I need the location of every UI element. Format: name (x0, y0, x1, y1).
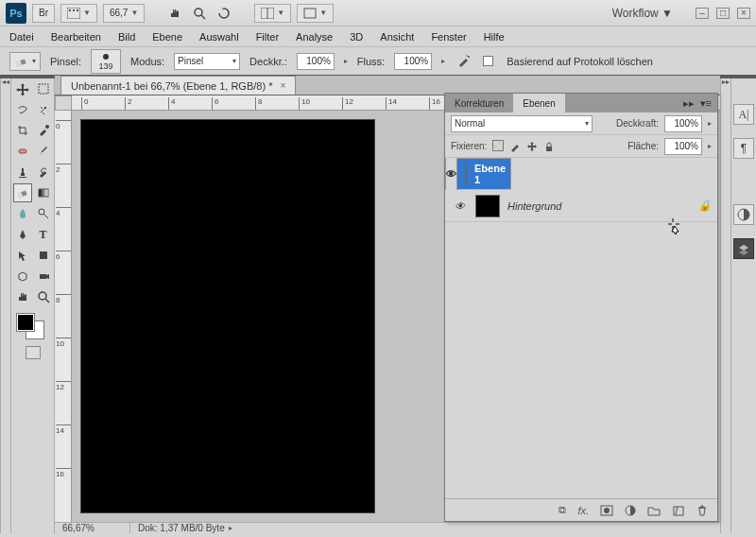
panel-menu-icon[interactable]: ▾≡ (700, 97, 712, 110)
pen-tool[interactable] (13, 225, 32, 244)
adjustment-layer-icon[interactable] (625, 505, 636, 516)
close-tab-icon[interactable]: × (280, 80, 285, 91)
status-docinfo[interactable]: Dok: 1,37 MB/0 Byte (130, 523, 225, 533)
dodge-tool[interactable] (34, 204, 53, 223)
hand-tool[interactable] (13, 287, 32, 306)
history-checkbox[interactable] (483, 56, 493, 66)
move-tool[interactable] (13, 79, 32, 98)
menu-3d[interactable]: 3D (350, 31, 363, 43)
layer-name[interactable]: Ebene 1 (474, 163, 506, 185)
workspace-switcher[interactable]: Workflow ▼ (612, 7, 673, 20)
delete-layer-icon[interactable] (696, 505, 708, 516)
menu-ebene[interactable]: Ebene (152, 31, 182, 43)
layers-panel[interactable]: Korrekturen Ebenen ▸▸▾≡ Normal▾ Deckkraf… (444, 93, 718, 522)
opacity-field[interactable]: 100% (297, 53, 335, 70)
flow-field[interactable]: 100% (394, 53, 432, 70)
menu-datei[interactable]: Datei (9, 31, 34, 43)
screenmode-button[interactable]: ▼ (297, 4, 334, 23)
zoom-tool[interactable] (34, 287, 53, 306)
visibility-icon[interactable]: 👁 (451, 200, 468, 212)
layer-fill-field[interactable]: 100% (664, 138, 702, 155)
mode-select[interactable]: Pinsel▾ (174, 53, 240, 70)
layers-footer: ⧉ fx. (445, 498, 717, 521)
opacity-slider-flyout[interactable]: ▸ (708, 119, 712, 128)
layer-row[interactable]: 👁 Ebene 1 (445, 158, 511, 190)
tab-ebenen[interactable]: Ebenen (513, 94, 564, 113)
lock-all-icon[interactable] (543, 141, 555, 152)
character-panel-icon[interactable]: A| (733, 104, 754, 125)
3d-camera-tool[interactable] (34, 267, 53, 286)
brush-tool[interactable] (34, 142, 53, 161)
shape-tool[interactable] (34, 246, 53, 265)
path-select-tool[interactable] (13, 246, 32, 265)
lock-position-icon[interactable] (526, 141, 538, 152)
layer-row[interactable]: 👁 Hintergrund 🔒 (445, 190, 717, 222)
minimize-button[interactable]: – (696, 8, 709, 19)
blend-mode-select[interactable]: Normal▾ (451, 115, 593, 132)
opacity-flyout[interactable]: ▸ (344, 57, 348, 65)
heal-tool[interactable] (13, 142, 32, 161)
status-flyout[interactable]: ▸ (229, 524, 232, 532)
panel-collapse-icon[interactable]: ▸▸ (683, 97, 695, 110)
adjust-panel-icon[interactable] (733, 204, 754, 225)
link-layers-icon[interactable]: ⧉ (558, 504, 566, 516)
document-tab[interactable]: Unbenannt-1 bei 66,7% (Ebene 1, RGB/8) *… (60, 76, 296, 95)
eraser-tool[interactable] (13, 183, 32, 202)
lock-transparency-icon[interactable] (492, 140, 504, 153)
menu-analyse[interactable]: Analyse (296, 31, 333, 43)
tab-korrekturen[interactable]: Korrekturen (445, 94, 513, 113)
viewmode-button[interactable]: ▼ (60, 4, 97, 23)
rotate-tool-shortcut[interactable] (215, 4, 233, 23)
menu-bearbeiten[interactable]: Bearbeiten (51, 31, 101, 43)
menu-ansicht[interactable]: Ansicht (380, 31, 414, 43)
zoom-level[interactable]: 66,7 ▼ (103, 4, 145, 23)
bridge-button[interactable]: Br (32, 4, 55, 23)
crop-tool[interactable] (13, 121, 32, 140)
wand-tool[interactable] (34, 100, 53, 119)
history-brush-tool[interactable] (34, 163, 53, 182)
lock-pixels-icon[interactable] (509, 141, 521, 152)
type-tool[interactable]: T (34, 225, 53, 244)
layer-thumb[interactable] (465, 163, 467, 185)
paragraph-panel-icon[interactable]: ¶ (733, 138, 754, 159)
dock-collapse-left[interactable]: ◂◂ (2, 78, 10, 86)
layers-panel-icon[interactable] (733, 238, 754, 259)
flow-flyout[interactable]: ▸ (441, 57, 445, 65)
layer-thumb[interactable] (475, 195, 500, 217)
foreground-swatch[interactable] (17, 314, 34, 331)
menu-hilfe[interactable]: Hilfe (484, 31, 505, 43)
gradient-tool[interactable] (34, 183, 53, 202)
group-icon[interactable] (647, 505, 661, 516)
eyedropper-tool[interactable] (34, 121, 53, 140)
lasso-tool[interactable] (13, 100, 32, 119)
menu-bild[interactable]: Bild (118, 31, 135, 43)
fill-slider-flyout[interactable]: ▸ (708, 142, 712, 150)
menu-auswahl[interactable]: Auswahl (199, 31, 239, 43)
arrange-button[interactable]: ▼ (254, 4, 291, 23)
stamp-tool[interactable] (13, 163, 32, 182)
ruler-vertical[interactable]: 0246810121416 (55, 111, 72, 522)
menu-fenster[interactable]: Fenster (431, 31, 466, 43)
layer-name[interactable]: Hintergrund (507, 200, 561, 212)
3d-tool[interactable] (13, 267, 32, 286)
layer-opacity-field[interactable]: 100% (664, 115, 702, 132)
blur-tool[interactable] (13, 204, 32, 223)
restore-button[interactable]: □ (716, 8, 730, 19)
quickmask-toggle[interactable] (26, 346, 41, 359)
zoom-tool-shortcut[interactable] (190, 4, 209, 23)
status-zoom[interactable]: 66,67% (55, 523, 130, 533)
hand-tool-shortcut[interactable] (165, 4, 184, 23)
brush-picker[interactable]: 139 (91, 49, 121, 74)
color-swatches[interactable] (13, 314, 53, 342)
airbrush-toggle[interactable] (455, 52, 473, 71)
close-button[interactable]: × (737, 8, 750, 19)
dock-collapse-right[interactable]: ▸▸ (722, 78, 730, 86)
layer-fx-icon[interactable]: fx. (577, 505, 589, 516)
menu-filter[interactable]: Filter (256, 31, 279, 43)
marquee-tool[interactable] (34, 79, 53, 98)
visibility-icon[interactable]: 👁 (446, 158, 457, 190)
canvas[interactable] (81, 120, 374, 512)
tool-preset[interactable]: ▾ (9, 52, 41, 71)
new-layer-icon[interactable] (672, 505, 685, 516)
layer-mask-icon[interactable] (600, 505, 613, 516)
